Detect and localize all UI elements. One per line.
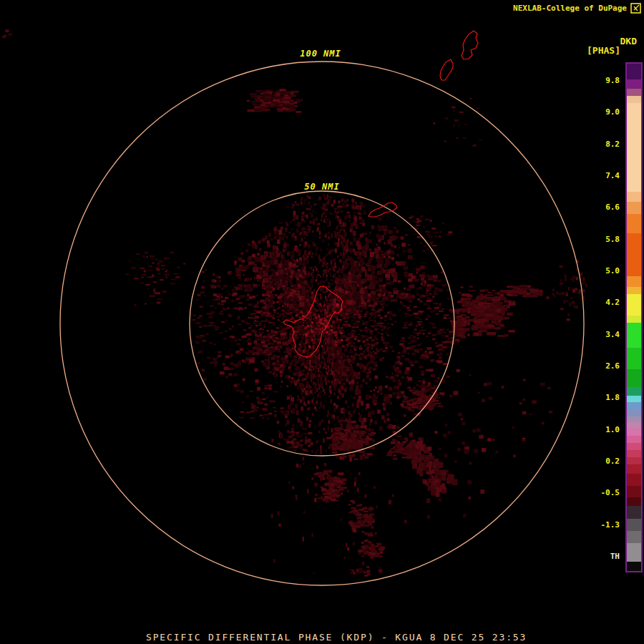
radar-echo (238, 276, 241, 279)
radar-echo (336, 225, 338, 229)
colorbar-segment (627, 369, 641, 387)
radar-echo (339, 487, 343, 489)
radar-echo (338, 324, 339, 326)
radar-echo (200, 291, 205, 294)
radar-echo (336, 379, 338, 381)
radar-echo (255, 316, 259, 318)
radar-echo (422, 311, 424, 313)
radar-echo (302, 397, 304, 401)
radar-echo (265, 104, 271, 106)
radar-echo (301, 270, 303, 273)
radar-echo (376, 289, 379, 292)
radar-echo (309, 213, 311, 214)
radar-echo (165, 276, 167, 278)
radar-echo (253, 104, 258, 105)
radar-echo (367, 300, 370, 302)
radar-echo (426, 369, 429, 371)
radar-echo (293, 211, 296, 216)
radar-echo (406, 367, 410, 371)
radar-echo (350, 223, 353, 228)
radar-echo (324, 463, 326, 467)
radar-echo (384, 402, 386, 405)
radar-echo (225, 297, 228, 299)
radar-echo (441, 335, 444, 337)
radar-echo (416, 325, 417, 326)
radar-echo (208, 316, 213, 318)
radar-echo (203, 280, 205, 283)
radar-echo (310, 205, 312, 208)
radar-echo (348, 286, 351, 289)
radar-echo (279, 301, 283, 303)
radar-echo (268, 361, 270, 363)
radar-echo (298, 272, 301, 275)
radar-echo (334, 427, 341, 430)
radar-echo (170, 283, 175, 285)
radar-echo (427, 515, 430, 519)
radar-echo (237, 363, 241, 366)
colorbar-segment (627, 192, 641, 202)
radar-echo (308, 271, 309, 273)
radar-echo (338, 268, 341, 272)
radar-echo (404, 396, 409, 399)
radar-echo (441, 346, 447, 349)
radar-echo (429, 352, 432, 354)
radar-echo (381, 250, 383, 253)
radar-echo (318, 335, 320, 336)
radar-echo (291, 228, 293, 230)
radar-echo (338, 275, 341, 278)
radar-echo (542, 422, 545, 425)
radar-echo (286, 420, 289, 424)
radar-echo (386, 332, 388, 333)
radar-echo (321, 449, 322, 454)
radar-echo (332, 259, 333, 261)
radar-echo (509, 286, 513, 288)
radar-echo (398, 380, 400, 382)
radar-echo (370, 265, 374, 269)
radar-echo (563, 300, 565, 303)
radar-echo (303, 359, 305, 361)
radar-echo (436, 492, 440, 497)
radar-echo (308, 346, 311, 348)
radar-echo (347, 339, 349, 341)
radar-echo (218, 351, 221, 353)
radar-echo (462, 310, 467, 313)
radar-echo (318, 325, 320, 327)
radar-echo (397, 441, 401, 444)
radar-echo (328, 236, 330, 240)
radar-echo (404, 414, 406, 417)
radar-echo (306, 232, 308, 236)
radar-echo (338, 360, 341, 363)
radar-echo (238, 338, 242, 341)
radar-echo (323, 205, 325, 207)
radar-echo (411, 364, 414, 366)
radar-echo (432, 245, 437, 246)
radar-echo (448, 474, 454, 481)
radar-echo (326, 449, 327, 452)
radar-echo (323, 270, 325, 273)
radar-echo (393, 379, 396, 382)
radar-echo (321, 312, 322, 313)
radar-echo (326, 275, 328, 276)
radar-echo (306, 275, 308, 278)
radar-echo (333, 384, 335, 386)
radar-echo (469, 286, 473, 288)
colorbar-segment (627, 450, 641, 457)
radar-echo (435, 287, 438, 289)
radar-echo (354, 432, 359, 434)
radar-echo (309, 406, 311, 410)
radar-echo (301, 421, 303, 426)
radar-echo (220, 303, 224, 306)
radar-echo (351, 311, 356, 313)
radar-echo (375, 329, 378, 331)
radar-echo (274, 311, 275, 313)
radar-echo (275, 286, 278, 288)
radar-echo (379, 556, 382, 557)
radar-echo (223, 285, 228, 288)
radar-echo (309, 420, 311, 422)
radar-echo (324, 292, 326, 293)
radar-echo (215, 307, 217, 308)
radar-echo (381, 415, 385, 419)
radar-echo (353, 342, 356, 344)
radar-echo (428, 235, 432, 237)
radar-echo (294, 301, 297, 304)
